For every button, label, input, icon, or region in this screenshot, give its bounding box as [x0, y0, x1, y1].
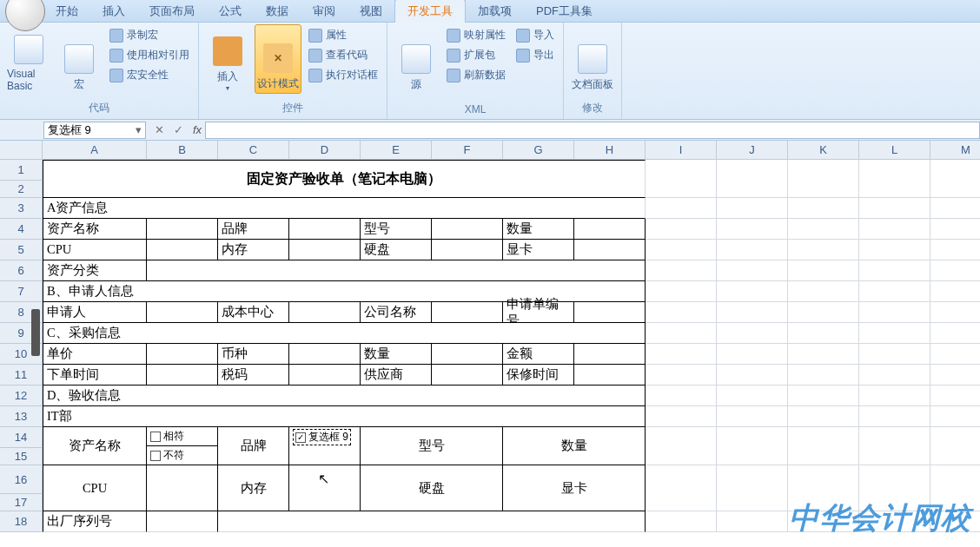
cell[interactable] [930, 240, 980, 260]
cell[interactable]: 显卡 [503, 465, 646, 511]
name-box[interactable]: 复选框 9 ▾ [43, 122, 146, 139]
cell[interactable] [788, 365, 859, 386]
macro-button[interactable]: 宏 [56, 24, 103, 94]
row-header[interactable]: 1 [0, 160, 43, 181]
cell[interactable] [646, 281, 717, 302]
row-header[interactable]: 11 [0, 365, 43, 386]
cell[interactable]: 申请单编号 [503, 302, 574, 323]
cell[interactable] [717, 160, 788, 198]
tab-formula[interactable]: 公式 [207, 0, 254, 23]
cell-section-D[interactable]: D、验收信息 [43, 386, 646, 406]
xml-import-button[interactable]: 导入 [513, 26, 558, 44]
doc-panel-button[interactable]: 文档面板 [569, 24, 616, 94]
cell[interactable] [574, 344, 646, 365]
cell[interactable] [717, 344, 788, 365]
accept-formula-button[interactable]: ✓ [169, 123, 188, 136]
cell[interactable] [788, 465, 859, 511]
cell[interactable]: 显卡 [503, 240, 574, 260]
cell[interactable]: 品牌 [218, 427, 289, 465]
cell[interactable]: 内存 [218, 240, 289, 260]
cell[interactable] [646, 219, 717, 240]
cell[interactable]: 型号 [361, 427, 503, 465]
cell[interactable] [859, 260, 930, 281]
cell[interactable] [859, 365, 930, 386]
cell[interactable] [574, 240, 646, 260]
cell[interactable] [717, 406, 788, 427]
cell[interactable] [646, 302, 717, 323]
cell[interactable] [147, 511, 218, 532]
cell[interactable] [717, 465, 788, 511]
insert-control-button[interactable]: 插入 ▾ [204, 24, 251, 94]
cell-section-C[interactable]: C、采购信息 [43, 323, 646, 344]
cell[interactable] [646, 160, 717, 198]
cell[interactable] [930, 365, 980, 386]
cell[interactable] [788, 160, 859, 198]
col-header-H[interactable]: H [574, 141, 646, 160]
cell[interactable] [289, 302, 361, 323]
xml-export-button[interactable]: 导出 [513, 46, 558, 64]
cell[interactable] [646, 365, 717, 386]
cell[interactable] [646, 260, 717, 281]
cell[interactable] [930, 198, 980, 219]
design-mode-button[interactable]: 设计模式 [255, 24, 301, 94]
cell[interactable]: 出厂序列号 [43, 511, 147, 532]
cell[interactable] [646, 323, 717, 344]
col-header-K[interactable]: K [788, 141, 859, 160]
cell[interactable] [930, 427, 980, 465]
cell-selected-checkbox[interactable]: ✓复选框 9 [289, 427, 361, 465]
row-header[interactable]: 3 [0, 198, 43, 219]
chevron-down-icon[interactable]: ▾ [136, 123, 142, 136]
cell[interactable] [289, 465, 361, 511]
cell[interactable] [717, 198, 788, 219]
select-all-corner[interactable] [0, 141, 43, 160]
cell[interactable]: 币种 [218, 344, 289, 365]
cell[interactable]: 下单时间 [43, 365, 147, 386]
cell[interactable]: 供应商 [361, 365, 432, 386]
col-header-L[interactable]: L [859, 141, 930, 160]
cell[interactable] [289, 240, 361, 260]
row-header[interactable]: 13 [0, 406, 43, 427]
cell[interactable] [930, 160, 980, 198]
tab-review[interactable]: 审阅 [301, 0, 348, 23]
cell[interactable]: 内存 [218, 465, 289, 511]
tab-insert[interactable]: 插入 [90, 0, 137, 23]
record-macro-button[interactable]: 录制宏 [106, 26, 193, 44]
fx-icon[interactable]: fx [193, 123, 202, 136]
cell[interactable] [717, 365, 788, 386]
cell[interactable] [717, 219, 788, 240]
view-code-button[interactable]: 查看代码 [305, 46, 381, 64]
cell[interactable]: 单价 [43, 344, 147, 365]
row-header[interactable]: 7 [0, 281, 43, 302]
cancel-formula-button[interactable]: ✕ [149, 123, 169, 136]
checkbox-match[interactable]: 相符 [150, 429, 184, 444]
cell[interactable] [859, 511, 930, 532]
run-dialog-button[interactable]: 执行对话框 [305, 66, 381, 84]
cell[interactable] [788, 427, 859, 465]
cell[interactable]: 申请人 [43, 302, 147, 323]
row-header[interactable]: 14 [0, 427, 43, 448]
row-header[interactable]: 2 [0, 181, 43, 198]
cell[interactable] [930, 260, 980, 281]
col-header-B[interactable]: B [147, 141, 218, 160]
cell[interactable] [930, 281, 980, 302]
cell[interactable] [788, 323, 859, 344]
cell[interactable] [788, 260, 859, 281]
cell[interactable] [646, 240, 717, 260]
cell[interactable] [788, 344, 859, 365]
cell[interactable]: 保修时间 [503, 365, 574, 386]
cell[interactable]: 数量 [361, 344, 432, 365]
cell[interactable] [574, 365, 646, 386]
cell[interactable] [717, 302, 788, 323]
cell-title[interactable]: 固定资产验收单（笔记本电脑） [43, 160, 646, 198]
cell[interactable]: 公司名称 [361, 302, 432, 323]
tab-pdf[interactable]: PDF工具集 [524, 0, 605, 23]
cell[interactable] [147, 302, 218, 323]
tab-start[interactable]: 开始 [43, 0, 90, 23]
cell[interactable] [717, 260, 788, 281]
cell[interactable] [930, 511, 980, 532]
cell[interactable]: 成本中心 [218, 302, 289, 323]
cell[interactable]: 资产分类 [43, 260, 147, 281]
cell[interactable] [859, 198, 930, 219]
cell[interactable] [859, 465, 930, 511]
cell[interactable] [717, 240, 788, 260]
